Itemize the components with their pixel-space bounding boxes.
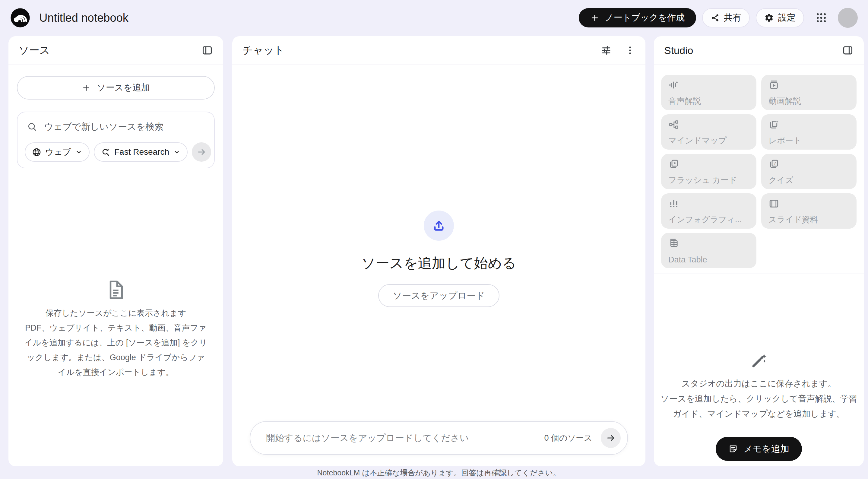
chat-settings-tune-icon[interactable] [601,45,612,56]
tile-label: クイズ [769,175,849,185]
search-submit-button[interactable] [192,142,211,162]
tile-label: Data Table [668,255,749,265]
globe-icon [32,148,41,157]
account-avatar[interactable] [838,8,858,28]
tile-label: インフォグラフィ... [668,214,749,225]
chat-input[interactable] [266,433,545,443]
studio-tile-quiz[interactable]: ? クイズ [761,154,857,189]
notebooklm-logo-icon[interactable] [10,8,30,28]
chat-more-kebab-icon[interactable] [625,45,635,56]
fast-research-icon [101,148,111,157]
google-apps-grid-icon[interactable] [813,10,829,26]
arrow-right-icon [197,147,206,157]
document-icon [105,279,126,300]
share-label: 共有 [724,12,741,24]
plus-icon [82,83,91,92]
chat-empty-state: ソースを追加して始める ソースをアップロード [232,211,645,307]
settings-button[interactable]: 設定 [756,8,804,27]
studio-tile-data-table[interactable]: Data Table [661,233,756,268]
flashcards-icon [668,159,679,170]
search-icon [27,122,37,131]
disclaimer-text: NotebookLM は不正確な場合があります。回答は再確認してください。 [232,468,645,478]
studio-tile-slides[interactable]: スライド資料 [761,193,857,229]
send-message-button[interactable] [601,428,621,448]
studio-panel: Studio 音声解説 動画解説 [654,36,864,466]
studio-tile-audio-overview[interactable]: 音声解説 [661,75,756,110]
web-chip-label: ウェブ [45,146,71,158]
quiz-icon: ? [769,159,779,170]
web-source-search-box: ウェブ Fast Research [17,112,215,168]
chat-input-bar: 0 個のソース [250,421,628,455]
collapse-sources-panel-icon[interactable] [202,44,213,56]
chevron-down-icon [75,148,82,156]
tile-label: レポート [769,135,849,146]
upload-icon [432,219,446,233]
arrow-right-icon [606,433,616,443]
share-button[interactable]: 共有 [702,8,750,27]
chat-panel-title: チャット [243,43,284,57]
studio-divider [654,274,864,274]
chat-panel: チャット ソースを追加して始める ソースをアップロード 0 個のソース [232,36,645,466]
tile-label: 音声解説 [668,96,749,107]
create-notebook-button[interactable]: ノートブックを作成 [579,8,696,27]
search-chips-row: ウェブ Fast Research [25,142,207,162]
studio-tile-report[interactable]: レポート [761,114,857,150]
mind-map-icon [668,119,679,130]
upload-bubble [424,211,454,241]
chat-header-icons [601,45,635,56]
add-note-label: メモを追加 [743,443,789,455]
add-note-button[interactable]: メモを追加 [716,437,802,461]
research-chip-label: Fast Research [114,147,169,157]
studio-panel-header: Studio [654,36,864,65]
infographic-icon [668,198,679,209]
svg-text:?: ? [774,161,776,166]
chat-empty-title: ソースを追加して始める [361,254,516,273]
chat-panel-header: チャット [232,36,645,65]
share-icon [711,13,720,22]
add-source-label: ソースを追加 [97,82,150,94]
tile-label: スライド資料 [769,214,849,225]
chevron-down-icon [173,148,180,156]
create-notebook-label: ノートブックを作成 [605,12,685,24]
brand: Untitled notebook [10,8,128,28]
sources-empty-state: 保存したソースがここに表示されます PDF、ウェブサイト、テキスト、動画、音声フ… [17,279,215,380]
report-icon [769,119,779,130]
sources-panel-title: ソース [19,43,50,57]
sources-panel-header: ソース [8,36,223,65]
audio-overview-icon [668,80,679,90]
source-count-badge: 0 個のソース [545,432,592,443]
notebook-title[interactable]: Untitled notebook [39,11,128,24]
topbar-actions: ノートブックを作成 共有 設定 [579,8,858,28]
web-filter-chip[interactable]: ウェブ [25,142,90,162]
sources-empty-text: 保存したソースがここに表示されます PDF、ウェブサイト、テキスト、動画、音声フ… [17,306,215,380]
upload-source-button[interactable]: ソースをアップロード [378,284,499,307]
research-mode-chip[interactable]: Fast Research [94,142,188,162]
web-source-search-input[interactable] [44,122,205,132]
sources-panel: ソース ソースを追加 ウェブ [8,36,223,466]
studio-tile-flashcards[interactable]: フラッシュ カード [661,154,756,189]
add-source-button[interactable]: ソースを追加 [17,76,215,99]
search-row [25,118,207,135]
studio-tile-video-overview[interactable]: 動画解説 [761,75,857,110]
studio-tile-mind-map[interactable]: マインドマップ [661,114,756,150]
studio-empty-text: スタジオの出力はここに保存されます。 ソースを追加したら、クリックして音声解説、… [659,376,858,421]
upload-source-label: ソースをアップロード [393,290,485,302]
settings-label: 設定 [778,12,796,24]
gear-icon [764,13,774,23]
note-icon [728,444,738,454]
plus-icon [590,13,599,22]
studio-panel-title: Studio [664,44,693,56]
tile-label: フラッシュ カード [668,175,749,185]
studio-empty-state: スタジオの出力はここに保存されます。 ソースを追加したら、クリックして音声解説、… [654,352,864,421]
sources-panel-body: ソースを追加 ウェブ Fast Rese [8,65,223,380]
tile-label: 動画解説 [769,96,849,107]
top-bar: Untitled notebook ノートブックを作成 共有 設定 [0,0,868,36]
slides-icon [769,198,779,209]
data-table-icon [668,238,679,248]
collapse-studio-panel-icon[interactable] [842,44,854,56]
magic-wand-icon [750,352,768,369]
studio-tiles-grid: 音声解説 動画解説 マインドマップ [654,65,864,268]
video-overview-icon [769,80,779,90]
studio-tile-infographic[interactable]: インフォグラフィ... [661,193,756,229]
tile-label: マインドマップ [668,135,749,146]
